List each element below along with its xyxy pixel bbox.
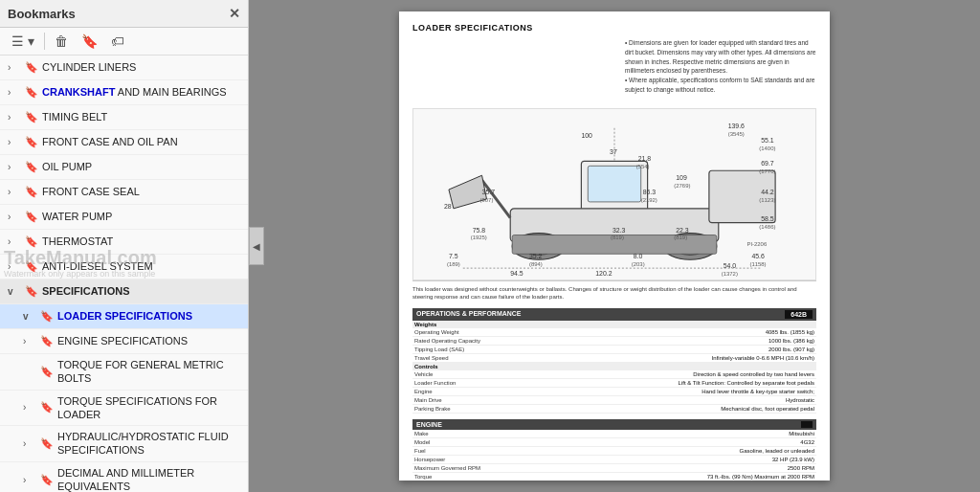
model-label: 642B: [785, 310, 813, 319]
svg-text:(554): (554): [636, 164, 650, 169]
bookmark-item-water-pump[interactable]: › 🔖 WATER PUMP: [0, 205, 248, 230]
panel-collapse-button[interactable]: ◀: [249, 227, 264, 265]
svg-text:45.6: 45.6: [751, 253, 765, 259]
controls-header: Controls: [412, 363, 816, 370]
item-label: CRANKSHAFT AND MAIN BEARINGS: [42, 85, 227, 99]
chevron-icon: ›: [23, 402, 36, 413]
svg-rect-1: [588, 166, 640, 202]
bookmark-item-timing-belt[interactable]: › 🔖 TIMING BELT: [0, 105, 248, 130]
delete-button[interactable]: 🗑: [51, 32, 72, 51]
ops-title: OPERATIONS & PERFORMANCE: [416, 310, 522, 319]
svg-text:(1486): (1486): [759, 223, 775, 229]
bookmark-icon: 🔖: [40, 366, 54, 378]
chevron-icon: v: [23, 311, 36, 322]
bookmarks-toolbar: ☰ ▾ 🗑 🔖 🏷: [0, 28, 248, 56]
svg-text:69.7: 69.7: [761, 160, 774, 167]
bookmark-item-torque-metric[interactable]: 🔖 TORQUE FOR GENERAL METRIC BOLTS: [0, 354, 248, 391]
item-label: DECIMAL AND MILLIMETER EQUIVALENTS: [57, 466, 244, 492]
bullet2: • Where applicable, specifications confo…: [625, 77, 814, 93]
bookmark-icon: 🔖: [25, 86, 38, 99]
chevron-icon: ›: [8, 87, 21, 98]
svg-text:(1400): (1400): [759, 145, 775, 150]
item-label: ENGINE SPECIFICATIONS: [57, 334, 188, 347]
chevron-icon: ›: [8, 212, 21, 222]
bookmark-icon: 🔖: [40, 474, 54, 486]
svg-text:54.0: 54.0: [724, 262, 737, 269]
bookmark-item-torque-loader[interactable]: › 🔖 TORQUE SPECIFICATIONS FOR LOADER: [0, 391, 248, 427]
svg-text:(2769): (2769): [674, 183, 690, 189]
document-page: LOADER SPECIFICATIONS • Dimensions are g…: [399, 11, 830, 481]
specs-row: Loader FunctionLift & Tilt Function: Con…: [412, 379, 816, 388]
item-label: FRONT CASE AND OIL PAN: [42, 135, 178, 148]
svg-text:44.2: 44.2: [761, 189, 774, 195]
bookmark-item-crankshaft[interactable]: › 🔖 CRANKSHAFT AND MAIN BEARINGS: [0, 80, 248, 105]
specs-row: VehicleDirection & speed controlled by t…: [412, 370, 816, 379]
bookmark-item-specifications[interactable]: v 🔖 SPECIFICATIONS: [0, 280, 248, 304]
svg-text:21.8: 21.8: [638, 155, 652, 162]
bookmarks-header: Bookmarks ✕: [0, 0, 248, 28]
svg-text:55.1: 55.1: [761, 136, 774, 143]
engine-header: ENGINE: [412, 419, 816, 430]
bookmark-item-loader-specs[interactable]: v 🔖 LOADER SPECIFICATIONS: [0, 304, 248, 329]
chevron-icon: ›: [23, 336, 36, 347]
svg-text:(2422): (2422): [510, 278, 526, 279]
chevron-icon: ›: [8, 62, 21, 73]
tag-button[interactable]: 🏷: [107, 32, 128, 51]
svg-text:(3545): (3545): [728, 130, 745, 136]
bookmark-icon: 🔖: [25, 235, 38, 248]
svg-text:(1158): (1158): [749, 261, 766, 267]
svg-text:120.2: 120.2: [595, 270, 612, 277]
bookmark-icon: 🔖: [25, 136, 38, 148]
bookmark-icon: 🔖: [40, 310, 54, 323]
close-icon[interactable]: ✕: [229, 6, 240, 21]
item-label: FRONT CASE SEAL: [42, 185, 140, 198]
item-label: CYLINDER LINERS: [42, 60, 136, 74]
svg-text:22.3: 22.3: [676, 226, 689, 233]
specs-row: Horsepower32 HP (23.9 kW): [412, 456, 816, 464]
specs-row: Travel SpeedInfinitely-variable 0-6.6 MP…: [412, 354, 816, 363]
specs-row: Maximum Governed RPM2500 RPM: [412, 464, 816, 473]
item-label: HYDRAULIC/HYDROSTATIC FLUID SPECIFICATIO…: [57, 430, 244, 458]
svg-text:35.7: 35.7: [482, 189, 496, 195]
bookmark-icon: 🔖: [25, 186, 38, 198]
bookmark-item-oil-pump[interactable]: › 🔖 OIL PUMP: [0, 155, 248, 180]
item-label: SPECIFICATIONS: [42, 284, 129, 298]
svg-text:100: 100: [581, 131, 592, 138]
bookmark-item-cylinder-liners[interactable]: › 🔖 CYLINDER LINERS: [0, 56, 248, 80]
bookmark-list: › 🔖 CYLINDER LINERS › 🔖 CRANKSHAFT AND M…: [0, 56, 248, 492]
bookmark-item-thermostat[interactable]: › 🔖 THERMOSTAT: [0, 230, 248, 255]
bullet1: • Dimensions are given for loader equipp…: [625, 39, 815, 74]
bookmark-icon: 🔖: [40, 335, 54, 347]
chevron-icon: ›: [8, 112, 21, 123]
svg-text:28: 28: [444, 202, 452, 209]
svg-text:(1925): (1925): [471, 235, 487, 240]
chevron-icon: ›: [8, 187, 21, 197]
svg-text:(819): (819): [611, 235, 624, 240]
bookmark-icon: 🔖: [25, 111, 38, 123]
bookmark-item-decimal-mm[interactable]: › 🔖 DECIMAL AND MILLIMETER EQUIVALENTS: [0, 462, 248, 492]
doc-caption: This loader was designed without counter…: [412, 280, 816, 302]
bookmark-item-front-case-oil[interactable]: › 🔖 FRONT CASE AND OIL PAN: [0, 130, 248, 155]
svg-text:58.5: 58.5: [761, 214, 774, 221]
chevron-icon: ›: [8, 236, 21, 247]
bookmark-item-engine-specs[interactable]: › 🔖 ENGINE SPECIFICATIONS: [0, 329, 248, 354]
bookmark-icon: 🔖: [25, 260, 38, 273]
specs-row: Parking BrakeMechanical disc, foot opera…: [412, 405, 816, 414]
svg-text:86.3: 86.3: [643, 189, 657, 195]
loader-diagram: 139.6 (3545) 55.1 (1400) 69.7 (1770) 44.…: [412, 108, 816, 280]
bookmark-item-hydraulic[interactable]: › 🔖 HYDRAULIC/HYDROSTATIC FLUID SPECIFIC…: [0, 426, 248, 462]
item-label: OIL PUMP: [42, 160, 92, 173]
svg-text:(3053): (3053): [595, 278, 612, 279]
add-bookmark-button[interactable]: 🔖: [78, 32, 101, 51]
menu-button[interactable]: ☰ ▾: [8, 32, 38, 51]
doc-title: LOADER SPECIFICATIONS: [412, 23, 816, 33]
specs-row: Torque73 ft.-lbs. (99 Nm) Maximum at 200…: [412, 473, 816, 481]
svg-text:37: 37: [610, 148, 617, 155]
bookmarks-title: Bookmarks: [8, 7, 76, 21]
bookmark-icon: 🔖: [25, 61, 38, 74]
item-label: TORQUE SPECIFICATIONS FOR LOADER: [57, 394, 244, 422]
bookmark-icon: 🔖: [25, 211, 38, 223]
bookmark-item-anti-diesel[interactable]: › 🔖 ANTI-DIESEL SYSTEM: [0, 255, 248, 280]
bookmark-icon: 🔖: [40, 401, 54, 414]
bookmark-item-front-case-seal[interactable]: › 🔖 FRONT CASE SEAL: [0, 180, 248, 205]
